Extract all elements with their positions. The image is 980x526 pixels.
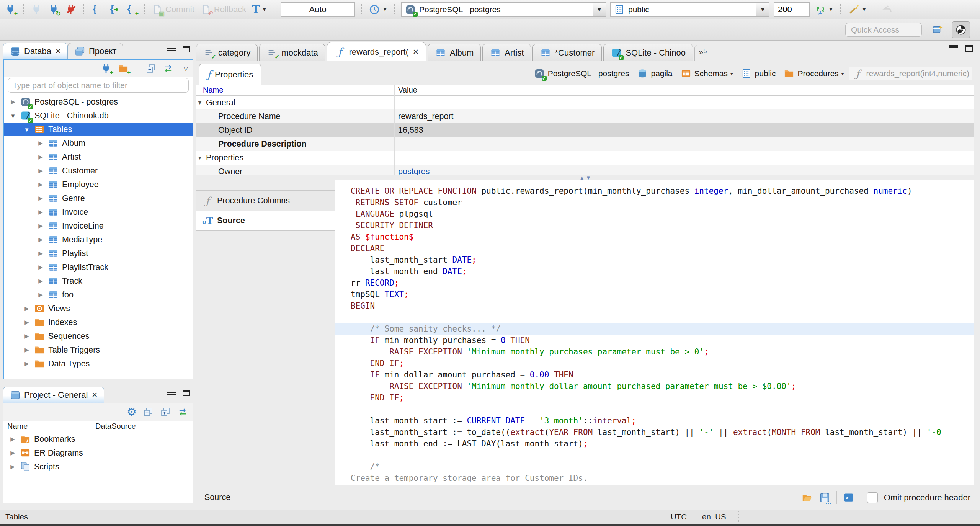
project-item-bookmarks[interactable]: ▶★Bookmarks: [3, 432, 193, 446]
sash-up-icon[interactable]: ▲: [580, 175, 585, 180]
link-with-editor-icon[interactable]: [177, 406, 188, 418]
chevron-collapsed-icon[interactable]: ▶: [37, 154, 44, 160]
quick-access-input[interactable]: [845, 23, 922, 37]
connect-button[interactable]: [30, 2, 43, 17]
chevron-collapsed-icon[interactable]: ▶: [37, 291, 44, 298]
chevron-collapsed-icon[interactable]: ▶: [23, 333, 31, 340]
splitter-sash[interactable]: ▲ ▼: [196, 175, 974, 180]
subtab-source[interactable]: ‹›TSource: [196, 211, 335, 231]
breadcrumb-item-postgresql-postgres[interactable]: ✓PostgreSQL - postgres: [531, 67, 632, 80]
tree-item-postgresql-postgres[interactable]: ▶✓PostgreSQL - postgres: [4, 95, 193, 109]
tree-item-tables[interactable]: ▼Tables: [4, 123, 193, 136]
transaction-mode-button[interactable]: T ▼: [251, 2, 268, 17]
tree-item-sequences[interactable]: ▶Sequences: [4, 329, 193, 343]
refresh-button[interactable]: ▼: [814, 2, 834, 17]
chevron-collapsed-icon[interactable]: ▶: [23, 360, 31, 367]
tree-item-artist[interactable]: ▶Artist: [4, 150, 193, 164]
close-icon[interactable]: ✕: [91, 390, 98, 399]
editor-tab-category[interactable]: ✓category: [196, 44, 258, 61]
new-connection-button[interactable]: +: [4, 2, 17, 17]
new-folder-icon[interactable]: +: [118, 63, 129, 74]
open-sql-editor-button[interactable]: [108, 2, 121, 17]
editor-tab-customer[interactable]: *Customer: [532, 44, 602, 61]
editor-tab-rewards-report[interactable]: ƒrewards_report(✕: [327, 42, 426, 61]
schema-combo[interactable]: public ▼: [610, 2, 769, 17]
chevron-collapsed-icon[interactable]: ▶: [23, 319, 31, 326]
maximize-icon[interactable]: [183, 46, 190, 52]
project-item-scripts[interactable]: ▶Scripts: [3, 460, 193, 474]
minimize-icon[interactable]: [167, 48, 176, 51]
chevron-collapsed-icon[interactable]: ▶: [37, 209, 44, 216]
tree-item-indexes[interactable]: ▶Indexes: [4, 315, 193, 329]
collapse-all-icon[interactable]: [145, 63, 157, 74]
chevron-expanded-icon[interactable]: ▼: [196, 100, 204, 106]
tree-item-playlisttrack[interactable]: ▶PlaylistTrack: [4, 260, 193, 274]
tree-item-album[interactable]: ▶Album: [4, 136, 193, 150]
maximize-icon[interactable]: [183, 390, 190, 396]
chevron-expanded-icon[interactable]: ▼: [23, 126, 31, 133]
disconnect-button[interactable]: [64, 2, 77, 17]
tree-item-views[interactable]: ▶Views: [4, 302, 193, 315]
breadcrumb-item-pagila[interactable]: pagila: [634, 67, 675, 80]
editor-tab-sqlite-chinoo[interactable]: ✓SQLite - Chinoo: [603, 44, 693, 61]
chevron-down-icon[interactable]: ▾: [730, 71, 733, 77]
chevron-collapsed-icon[interactable]: ▶: [37, 167, 44, 174]
tree-item-mediatype[interactable]: ▶MediaType: [4, 233, 193, 247]
property-value-link[interactable]: postgres: [398, 167, 430, 176]
column-header-name[interactable]: Name: [3, 422, 92, 431]
close-icon[interactable]: ✕: [55, 47, 61, 56]
tree-item-employee[interactable]: ▶Employee: [4, 178, 193, 191]
breadcrumb-item-schemas[interactable]: Schemas▾: [678, 67, 736, 80]
property-row-procedure-name[interactable]: Procedure Namerewards_report: [196, 109, 974, 123]
dbeaver-perspective-button[interactable]: [952, 21, 970, 38]
chevron-collapsed-icon[interactable]: ▶: [37, 222, 44, 229]
open-file-icon[interactable]: [801, 492, 813, 503]
tree-item-data-types[interactable]: ▶Data Types: [4, 357, 193, 371]
tree-item-genre[interactable]: ▶Genre: [4, 191, 193, 205]
console-icon[interactable]: >_: [843, 492, 854, 503]
undo-button[interactable]: [880, 2, 893, 17]
project-item-er-diagrams[interactable]: ▶ER Diagrams: [3, 446, 193, 460]
breadcrumb-item-rewards-report-int4-numeric[interactable]: ƒrewards_report(int4,numeric): [849, 67, 972, 80]
chevron-collapsed-icon[interactable]: ▶: [37, 140, 44, 147]
tab-properties[interactable]: ƒ Properties: [199, 64, 261, 85]
rollback-button[interactable]: ↶ Rollback: [199, 2, 247, 17]
chevron-collapsed-icon[interactable]: ▶: [37, 195, 44, 202]
editor-tab-mockdata[interactable]: ✓mockdata: [259, 44, 325, 61]
tree-item-customer[interactable]: ▶Customer: [4, 164, 193, 178]
property-row-owner[interactable]: Ownerpostgres: [196, 165, 974, 175]
connection-combo-dropdown[interactable]: ▼: [593, 3, 606, 16]
chevron-collapsed-icon[interactable]: ▶: [37, 250, 44, 257]
link-with-editor-icon[interactable]: [162, 63, 174, 74]
column-header-name[interactable]: Name: [196, 86, 394, 95]
subtab-procedure-columns[interactable]: ƒProcedure Columns: [196, 190, 335, 211]
source-code-editor[interactable]: CREATE OR REPLACE FUNCTION public.reward…: [335, 180, 974, 485]
open-perspective-button[interactable]: [929, 21, 947, 38]
breadcrumb-item-public[interactable]: public: [738, 67, 779, 80]
tree-item-invoice[interactable]: ▶Invoice: [4, 205, 193, 219]
tab-databa[interactable]: Databa✕: [3, 43, 68, 59]
commit-button[interactable]: ▣ Commit: [151, 2, 195, 17]
chevron-expanded-icon[interactable]: ▼: [196, 155, 204, 161]
property-row-object-id[interactable]: Object ID16,583: [196, 123, 974, 137]
new-sql-editor-button[interactable]: +: [125, 2, 138, 17]
gear-icon[interactable]: ⚙: [127, 407, 137, 418]
expand-all-icon[interactable]: [160, 406, 171, 418]
status-locale[interactable]: en_US: [702, 512, 726, 521]
chevron-collapsed-icon[interactable]: ▶: [37, 181, 44, 188]
view-menu-icon[interactable]: ▽: [183, 65, 188, 72]
chevron-collapsed-icon[interactable]: ▶: [23, 346, 31, 353]
save-file-icon[interactable]: …: [819, 492, 830, 503]
tab-проект[interactable]: Проект: [68, 43, 123, 59]
schema-combo-dropdown[interactable]: ▼: [756, 3, 769, 16]
tab-overflow-button[interactable]: »5: [694, 45, 711, 61]
tab-project-general[interactable]: Project - General ✕: [3, 387, 104, 403]
chevron-collapsed-icon[interactable]: ▶: [9, 98, 17, 105]
sash-down-icon[interactable]: ▼: [586, 175, 591, 180]
editor-tab-artist[interactable]: Artist: [482, 44, 531, 61]
chevron-collapsed-icon[interactable]: ▶: [37, 264, 44, 271]
omit-procedure-header-checkbox[interactable]: [867, 492, 878, 503]
property-row-properties[interactable]: ▼Properties: [196, 151, 974, 165]
chevron-collapsed-icon[interactable]: ▶: [23, 305, 31, 312]
column-header-datasource[interactable]: DataSource: [92, 422, 144, 431]
